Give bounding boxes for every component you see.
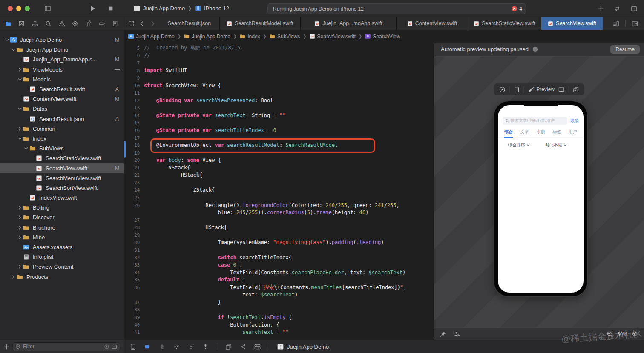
- reports-list-icon[interactable]: [112, 20, 118, 27]
- zoom-in-button[interactable]: [632, 331, 638, 337]
- recent-files-icon[interactable]: [104, 344, 109, 350]
- project-navigator-folder-icon[interactable]: [5, 20, 12, 27]
- adjust-editor-options-button[interactable]: [613, 20, 619, 27]
- code-line[interactable]: 35 default :: [124, 276, 433, 284]
- code-line[interactable]: 21 VStack{: [124, 164, 433, 172]
- scheme-selector[interactable]: Juejin App Demo ❯ iPhone 12: [134, 5, 229, 11]
- code-line[interactable]: 9: [124, 74, 433, 82]
- run-button[interactable]: [89, 5, 96, 12]
- zoom-out-button[interactable]: [607, 331, 613, 337]
- toggle-navigator-icon[interactable]: [44, 5, 51, 12]
- breadcrumb-segment[interactable]: Juejin App Demo: [184, 34, 230, 40]
- file-tree-row[interactable]: Brochure: [0, 223, 124, 232]
- code-line[interactable]: 20 var body: some View {: [124, 156, 433, 164]
- go-back-button[interactable]: [139, 20, 145, 27]
- display-icon[interactable]: [558, 86, 565, 93]
- editor-tab[interactable]: SearchResultModel.swift: [220, 17, 301, 30]
- code-line[interactable]: 18 @EnvironmentObject var searchResultMo…: [124, 141, 433, 149]
- source-control-icon[interactable]: [18, 20, 25, 27]
- code-line[interactable]: 14 @State private var searchText: String…: [124, 112, 433, 119]
- disclosure-right-icon[interactable]: [16, 264, 23, 269]
- code-line[interactable]: 6//: [124, 52, 433, 60]
- disclosure-down-icon[interactable]: [16, 106, 23, 111]
- code-line[interactable]: 10struct SearchView: View {: [124, 82, 433, 89]
- breadcrumb-segment[interactable]: SearchView.swift: [310, 34, 356, 40]
- code-line[interactable]: 34 TextField(Constants.searchPlaceHolder…: [124, 269, 433, 276]
- code-line[interactable]: 38: [124, 306, 433, 314]
- code-line[interactable]: 40 Button(action: {: [124, 321, 433, 329]
- file-tree-row[interactable]: Juejin_App_DemoApp.s...M: [0, 55, 124, 64]
- code-line[interactable]: 28 HStack{: [124, 224, 433, 232]
- breadcrumb[interactable]: Juejin App Demo❯Juejin App Demo❯Index❯Su…: [124, 30, 644, 43]
- code-line[interactable]: 29: [124, 231, 433, 239]
- disclosure-down-icon[interactable]: [16, 136, 23, 141]
- debug-spray-icon[interactable]: [85, 20, 92, 27]
- close-window-button[interactable]: [8, 6, 13, 11]
- file-tree-row[interactable]: Products: [0, 272, 124, 282]
- duplicate-preview-icon[interactable]: [573, 86, 579, 93]
- file-tree-row[interactable]: Preview Content: [0, 262, 124, 272]
- file-tree-row[interactable]: Mine: [0, 232, 124, 242]
- editor-tab[interactable]: Juejin_App...moApp.swift: [301, 17, 397, 30]
- memory-graph-icon[interactable]: [240, 344, 246, 350]
- pause-icon[interactable]: [159, 344, 165, 350]
- code-line[interactable]: 36 TextField("搜索\(Constants.menuTitles[s…: [124, 284, 433, 291]
- breakpoint-tag-icon[interactable]: [99, 20, 105, 27]
- source-control-filter-icon[interactable]: [112, 344, 117, 350]
- symbols-icon[interactable]: [32, 20, 38, 27]
- file-tree-row[interactable]: IndexView.swift: [0, 193, 124, 203]
- add-file-button[interactable]: [3, 344, 10, 350]
- library-plus-button[interactable]: [598, 6, 604, 12]
- code-line[interactable]: blue: 245/255)).cornerRadius(5).frame(he…: [124, 209, 433, 216]
- disclosure-right-icon[interactable]: [16, 67, 23, 72]
- preview-tab[interactable]: 文章: [520, 129, 529, 138]
- file-tree-row[interactable]: Juejin App Demo: [0, 45, 124, 55]
- preview-tab[interactable]: 小册: [537, 129, 545, 138]
- editor-tab[interactable]: SearchView.swift: [541, 17, 603, 30]
- file-tree-row[interactable]: SearchMenuView.swift: [0, 173, 124, 183]
- tab-overview-button[interactable]: [128, 20, 135, 27]
- file-tree-row[interactable]: Common: [0, 124, 124, 134]
- preview-tab[interactable]: 综合: [504, 129, 513, 138]
- file-tree-row[interactable]: Discover: [0, 212, 124, 222]
- breakpoint-arrow-icon[interactable]: [144, 344, 151, 350]
- go-forward-button[interactable]: [150, 20, 156, 27]
- file-tree-row[interactable]: Juejin App DemoM: [0, 35, 124, 45]
- device-square-icon[interactable]: [130, 344, 136, 350]
- resume-button[interactable]: Resume: [610, 45, 640, 54]
- zoom-window-button[interactable]: [25, 6, 30, 11]
- activity-status-bar[interactable]: Running Juejin App Demo on iPhone 12 4: [267, 3, 526, 14]
- code-review-button[interactable]: [614, 6, 621, 12]
- play-circle-icon[interactable]: [499, 86, 505, 93]
- preview-tab[interactable]: 用户: [569, 129, 577, 138]
- disclosure-down-icon[interactable]: [23, 146, 29, 151]
- disclosure-right-icon[interactable]: [16, 215, 23, 220]
- step-over-icon[interactable]: [173, 344, 180, 350]
- code-line[interactable]: 12 @Binding var searchViewPresented: Boo…: [124, 97, 433, 104]
- step-into-icon[interactable]: [188, 344, 194, 350]
- code-line[interactable]: 37 }: [124, 298, 433, 306]
- file-tree-row[interactable]: SearchResult.swiftA: [0, 84, 124, 94]
- search-icon[interactable]: [45, 20, 52, 27]
- breadcrumb-segment[interactable]: Index: [240, 34, 260, 40]
- file-tree-row[interactable]: SearchStaticView.swift: [0, 153, 124, 163]
- code-line[interactable]: 7: [124, 59, 433, 67]
- file-tree-row[interactable]: SearchSortView.swift: [0, 183, 124, 193]
- disclosure-down-icon[interactable]: [16, 77, 23, 82]
- toggle-inspector-button[interactable]: [631, 6, 637, 12]
- disclosure-down-icon[interactable]: [3, 37, 10, 42]
- file-tree-row[interactable]: ContentView.swiftM: [0, 94, 124, 104]
- code-line[interactable]: 26 Rectangle().foregroundColor(Color(red…: [124, 201, 433, 209]
- code-line[interactable]: 41 searchText = "": [124, 328, 433, 336]
- editor-tab[interactable]: SearchStaticView.swift: [468, 17, 541, 30]
- file-tree-row[interactable]: Index: [0, 134, 124, 143]
- file-tree-row[interactable]: SearchView.swiftM: [0, 163, 124, 173]
- code-line[interactable]: 39 if !searchText.isEmpty {: [124, 313, 433, 321]
- minimize-window-button[interactable]: [16, 6, 21, 11]
- file-tree-row[interactable]: Datas: [0, 104, 124, 114]
- file-tree-row[interactable]: Info.plist: [0, 252, 124, 262]
- add-editor-button[interactable]: [632, 20, 638, 27]
- info-icon[interactable]: [532, 46, 538, 52]
- code-line[interactable]: 22 HStack{: [124, 172, 433, 179]
- filter-field[interactable]: Filter: [12, 342, 120, 351]
